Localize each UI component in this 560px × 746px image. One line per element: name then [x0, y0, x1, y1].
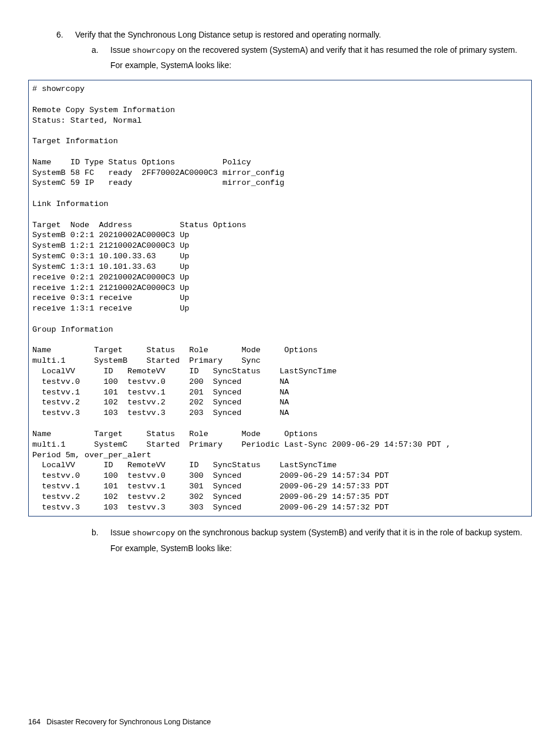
terminal-output: # showrcopy Remote Copy System Informati…	[28, 80, 532, 517]
substep-text-post: on the synchronous backup system (System…	[175, 528, 522, 537]
substep-text-post: on the recovered system (SystemA) and ve…	[175, 45, 517, 55]
substep-b: b. Issue showrcopy on the synchronous ba…	[110, 527, 532, 554]
substep-a: a. Issue showrcopy on the recovered syst…	[110, 45, 532, 72]
example-intro: For example, SystemA looks like:	[110, 60, 532, 72]
step-text: Verify that the Synchronous Long Distanc…	[75, 30, 381, 39]
step-number: 6.	[56, 29, 63, 41]
substep-letter: a.	[92, 45, 99, 56]
step-6: 6. Verify that the Synchronous Long Dist…	[75, 29, 532, 41]
substep-text-pre: Issue	[110, 528, 132, 537]
substep-letter: b.	[92, 527, 99, 539]
example-intro: For example, SystemB looks like:	[110, 543, 532, 555]
command-code: showrcopy	[132, 529, 175, 538]
substep-text-pre: Issue	[110, 45, 132, 55]
command-code: showrcopy	[132, 46, 175, 55]
